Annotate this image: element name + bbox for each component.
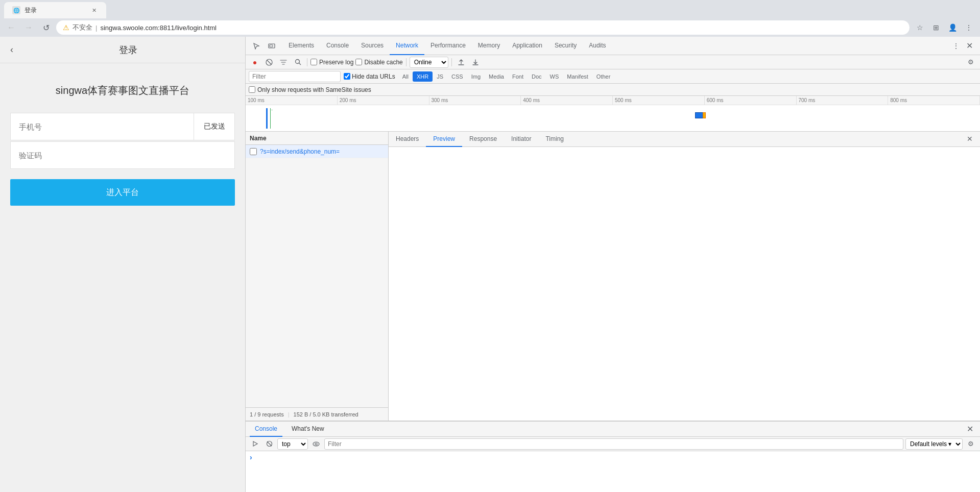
svg-point-10 [315, 443, 317, 445]
tab-elements[interactable]: Elements [282, 37, 320, 55]
request-checkbox[interactable] [250, 148, 257, 155]
download-har-button[interactable] [469, 56, 482, 68]
url-text: singwa.swoole.com:8811/live/login.html [100, 24, 217, 32]
toolbar-divider-3 [451, 58, 452, 66]
toolbar-divider-2 [406, 58, 407, 66]
eye-button[interactable] [310, 438, 322, 450]
preserve-log-checkbox[interactable]: Preserve log [310, 59, 353, 66]
hide-data-urls-label: Hide data URLs [352, 73, 395, 80]
console-tab-console[interactable]: Console [250, 422, 282, 437]
verification-input[interactable] [11, 142, 234, 168]
detail-tabs: Headers Preview Response Initiator Timin… [389, 132, 980, 147]
tab-application[interactable]: Application [506, 37, 548, 55]
console-ban-button[interactable] [263, 438, 275, 450]
disable-cache-input[interactable] [355, 59, 362, 65]
samesite-bar: Only show requests with SameSite issues [246, 84, 980, 96]
tab-close-icon[interactable]: ✕ [90, 6, 98, 14]
tab-performance[interactable]: Performance [424, 37, 472, 55]
extensions-button[interactable]: ⊞ [929, 20, 943, 35]
filter-xhr[interactable]: XHR [413, 71, 433, 82]
network-settings-button[interactable]: ⚙ [965, 56, 977, 68]
submit-button[interactable]: 进入平台 [10, 179, 235, 206]
console-close-button[interactable]: ✕ [964, 423, 976, 435]
reload-button[interactable]: ↺ [39, 20, 53, 35]
filter-bar: Hide data URLs All XHR JS CSS Img Media … [246, 69, 980, 84]
filter-input[interactable] [249, 71, 341, 82]
detail-tab-timing[interactable]: Timing [538, 132, 571, 147]
main-area: ‹ 登录 singwa体育赛事图文直播平台 已发送 进入平台 [0, 37, 980, 492]
detail-tab-initiator[interactable]: Initiator [504, 132, 538, 147]
request-item[interactable]: ?s=index/send&phone_num= [246, 145, 388, 158]
filter-css[interactable]: CSS [447, 71, 467, 82]
devtools-tab-icons [250, 39, 278, 53]
tab-network[interactable]: Network [390, 37, 424, 55]
timeline-ruler: 100 ms 200 ms 300 ms 400 ms 500 ms 600 m… [246, 96, 980, 105]
preserve-log-input[interactable] [310, 59, 317, 65]
console-tab-whats-new[interactable]: What's New [286, 422, 329, 437]
cursor-tool-button[interactable] [250, 39, 263, 53]
detail-tab-headers[interactable]: Headers [389, 132, 426, 147]
back-button[interactable]: ← [4, 20, 18, 35]
level-select[interactable]: Default levels ▾ Verbose Info Warnings E… [905, 438, 963, 450]
browser-tab[interactable]: 🌐 登录 ✕ [4, 2, 106, 18]
profile-button[interactable]: 👤 [945, 20, 960, 35]
svg-line-3 [267, 60, 271, 64]
upload-har-button[interactable] [455, 56, 467, 68]
security-icon: ⚠ [63, 23, 69, 32]
device-toggle-button[interactable] [265, 39, 278, 53]
tab-sources[interactable]: Sources [355, 37, 390, 55]
forward-button[interactable]: → [21, 20, 36, 35]
detail-panel: Headers Preview Response Initiator Timin… [389, 132, 980, 421]
tab-security[interactable]: Security [548, 37, 583, 55]
bookmark-button[interactable]: ☆ [913, 20, 927, 35]
search-button[interactable] [292, 56, 304, 68]
filter-img[interactable]: Img [467, 71, 485, 82]
console-settings-button[interactable]: ⚙ [965, 438, 977, 450]
disable-cache-checkbox[interactable]: Disable cache [355, 59, 402, 66]
context-select[interactable]: top [277, 438, 308, 450]
detail-tab-response[interactable]: Response [462, 132, 504, 147]
tab-memory[interactable]: Memory [472, 37, 506, 55]
phone-input[interactable] [11, 113, 194, 140]
toolbar-divider-1 [307, 58, 307, 66]
filter-doc[interactable]: Doc [528, 71, 546, 82]
request-name: ?s=index/send&phone_num= [260, 148, 384, 155]
throttle-select[interactable]: Online Fast 3G Slow 3G Offline [410, 57, 448, 68]
filter-font[interactable]: Font [508, 71, 528, 82]
filter-ws[interactable]: WS [546, 71, 563, 82]
page-back-button[interactable]: ‹ [10, 44, 13, 55]
filter-all[interactable]: All [398, 71, 413, 82]
samesite-label: Only show requests with SameSite issues [257, 86, 371, 93]
tab-bar: 🌐 登录 ✕ [0, 0, 980, 18]
detail-content [389, 147, 980, 421]
filter-other[interactable]: Other [592, 71, 615, 82]
devtools-close-button[interactable]: ✕ [963, 39, 976, 53]
devtools-more-button[interactable]: ⋮ [949, 39, 963, 53]
console-prompt[interactable]: › [250, 453, 976, 461]
preserve-log-label: Preserve log [319, 59, 353, 66]
console-filter-input[interactable] [324, 438, 903, 450]
filter-media[interactable]: Media [485, 71, 508, 82]
filter-manifest[interactable]: Manifest [563, 71, 592, 82]
tab-audits[interactable]: Audits [583, 37, 612, 55]
close-detail-button[interactable]: ✕ [960, 132, 980, 147]
send-code-button[interactable]: 已发送 [194, 113, 234, 140]
filter-type-buttons: All XHR JS CSS Img Media Font Doc WS Man… [398, 71, 615, 82]
security-label: 不安全 [73, 23, 92, 32]
clear-button[interactable] [263, 56, 275, 68]
hide-data-urls-input[interactable] [344, 73, 350, 80]
console-run-button[interactable] [249, 438, 261, 450]
menu-button[interactable]: ⋮ [962, 20, 976, 35]
svg-point-4 [295, 60, 299, 64]
requests-footer: 1 / 9 requests | 152 B / 5.0 KB transfer… [246, 407, 388, 421]
record-button[interactable]: ● [249, 56, 261, 68]
console-toolbar: top Default levels ▾ Verbose Info Warnin… [246, 437, 980, 451]
tab-console[interactable]: Console [320, 37, 355, 55]
address-bar[interactable]: ⚠ 不安全 | singwa.swoole.com:8811/live/logi… [56, 20, 910, 35]
detail-tab-preview[interactable]: Preview [426, 132, 462, 147]
footer-divider: | [288, 411, 290, 417]
filter-button[interactable] [277, 56, 290, 68]
samesite-checkbox[interactable] [249, 86, 255, 93]
hide-data-urls-checkbox[interactable]: Hide data URLs [344, 73, 395, 80]
filter-js[interactable]: JS [433, 71, 447, 82]
